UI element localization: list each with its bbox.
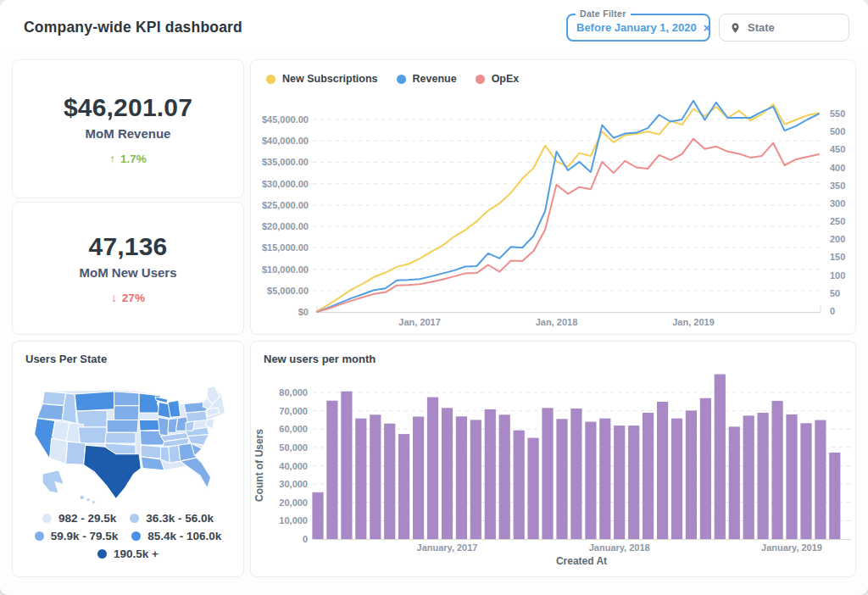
page-title: Company-wide KPI dashboard <box>24 19 242 36</box>
mom-new-users-value: 47,136 <box>89 232 168 261</box>
bar-2018-07[interactable] <box>700 398 711 539</box>
bar-2017-05[interactable] <box>499 414 510 539</box>
bar-2017-08[interactable] <box>542 408 553 539</box>
bar-2018-11[interactable] <box>758 413 769 539</box>
bar-2018-10[interactable] <box>743 415 754 539</box>
state-or[interactable] <box>37 404 64 420</box>
bar-2016-10[interactable] <box>398 434 409 539</box>
state-nd[interactable] <box>114 392 140 406</box>
bar-2018-02[interactable] <box>628 425 639 539</box>
state-sd[interactable] <box>114 406 140 420</box>
state-ia[interactable] <box>139 420 160 431</box>
svg-text:$10,000.00: $10,000.00 <box>262 264 309 275</box>
location-pin-icon <box>730 21 741 35</box>
bars[interactable] <box>312 375 840 540</box>
bar-2016-11[interactable] <box>413 417 424 540</box>
state-hi[interactable] <box>80 495 95 503</box>
date-filter[interactable]: Date Filter Before January 1, 2020 × <box>566 14 710 42</box>
state-mn[interactable] <box>139 393 160 413</box>
state-wa[interactable] <box>42 392 65 406</box>
mom-revenue-value: $46,201.07 <box>64 93 192 122</box>
state-ks[interactable] <box>105 432 136 443</box>
svg-text:January, 2017: January, 2017 <box>417 542 478 553</box>
map-legend-dot-icon <box>131 531 141 541</box>
series-line-new-subscriptions[interactable] <box>317 104 819 311</box>
x-axis-label: Created At <box>556 555 607 567</box>
bar-2018-01[interactable] <box>614 425 625 539</box>
svg-text:$35,000.00: $35,000.00 <box>262 157 309 167</box>
bar-2017-10[interactable] <box>570 409 581 539</box>
map-card-title: Users Per State <box>25 353 107 365</box>
bar-2017-12[interactable] <box>599 419 610 539</box>
bar-2016-06[interactable] <box>341 392 352 539</box>
bar-2019-03[interactable] <box>815 420 826 539</box>
svg-text:350: 350 <box>830 181 845 191</box>
svg-text:200: 200 <box>830 234 845 244</box>
bar-2017-02[interactable] <box>456 416 467 539</box>
bar-2017-09[interactable] <box>556 419 567 539</box>
mom-new-users-change-value: 27% <box>122 292 145 304</box>
mom-revenue-change-value: 1.7% <box>120 153 147 165</box>
new-users-bar-chart[interactable]: 010,00020,00030,00040,00050,00060,00070,… <box>251 342 855 576</box>
bar-2017-07[interactable] <box>528 438 539 539</box>
map-legend-dot-icon <box>130 514 139 523</box>
map-legend-dot-icon <box>97 549 107 559</box>
bar-2017-04[interactable] <box>485 409 496 539</box>
state-ne[interactable] <box>107 420 138 433</box>
mom-new-users-change: ↓ 27% <box>111 292 145 304</box>
svg-text:70,000: 70,000 <box>279 406 308 416</box>
state-filter[interactable]: State <box>719 14 849 42</box>
state-wv[interactable] <box>186 421 195 431</box>
bar-2016-12[interactable] <box>427 398 438 539</box>
date-filter-value[interactable]: Before January 1, 2020 <box>576 21 697 34</box>
kpi-trend-chart-card: New SubscriptionsRevenueOpEx $0$5,000.00… <box>250 59 856 335</box>
bar-2018-05[interactable] <box>671 419 682 539</box>
bar-2018-03[interactable] <box>643 413 654 539</box>
date-filter-clear-icon[interactable]: × <box>704 22 710 34</box>
bar-2017-06[interactable] <box>514 431 525 539</box>
state-mt[interactable] <box>75 392 114 411</box>
bar-2018-06[interactable] <box>686 410 697 539</box>
state-ar[interactable] <box>141 445 162 459</box>
trend-up-icon: ↑ <box>109 153 115 165</box>
map-legend-dot-icon <box>42 514 52 523</box>
series-line-revenue[interactable] <box>317 101 819 312</box>
bar-2019-02[interactable] <box>800 423 811 539</box>
scorecard-mom-new-users[interactable]: 47,136 MoM New Users ↓ 27% <box>12 202 244 335</box>
bar-2017-03[interactable] <box>470 420 481 539</box>
map-legend-item: 190.5k + <box>97 548 159 560</box>
map-legend-dot-icon <box>35 531 44 541</box>
series-line-opex[interactable] <box>317 139 819 312</box>
state-ak[interactable] <box>42 470 64 493</box>
dashboard-header: Company-wide KPI dashboard Date Filter B… <box>0 0 868 53</box>
bar-2017-01[interactable] <box>442 408 453 539</box>
svg-text:80,000: 80,000 <box>279 387 308 398</box>
date-filter-label: Date Filter <box>576 8 631 19</box>
state-fl[interactable] <box>181 458 211 488</box>
bar-2018-09[interactable] <box>729 426 740 539</box>
svg-text:30,000: 30,000 <box>279 479 308 489</box>
kpi-trend-line-chart[interactable]: $0$5,000.00$10,000.00$15,000.00$20,000.0… <box>251 60 855 334</box>
bar-2016-04[interactable] <box>312 492 323 539</box>
state-az[interactable] <box>50 438 68 464</box>
state-il[interactable] <box>158 417 169 436</box>
map-legend: 982 - 29.5k36.3k - 56.0k59.9k - 79.5k85.… <box>13 512 243 560</box>
bar-2017-11[interactable] <box>585 422 596 539</box>
bar-2016-09[interactable] <box>384 424 395 539</box>
users-per-state-card: Users Per State 982 - 29.5k36.3k - 56.0k… <box>12 341 244 577</box>
bar-2016-05[interactable] <box>326 401 337 539</box>
bar-2018-12[interactable] <box>772 401 783 539</box>
us-choropleth-map[interactable] <box>25 381 232 506</box>
bar-2018-04[interactable] <box>657 402 668 539</box>
bar-2016-07[interactable] <box>355 419 366 539</box>
bar-2016-08[interactable] <box>370 414 381 539</box>
bar-2019-01[interactable] <box>786 414 797 539</box>
state-nm[interactable] <box>66 442 86 464</box>
bar-2018-08[interactable] <box>715 375 726 540</box>
svg-text:Jan, 2019: Jan, 2019 <box>672 317 715 327</box>
state-co[interactable] <box>78 427 107 443</box>
mom-new-users-label: MoM New Users <box>79 265 176 280</box>
bar-2019-04[interactable] <box>829 453 840 539</box>
svg-text:60,000: 60,000 <box>279 424 308 434</box>
scorecard-mom-revenue[interactable]: $46,201.07 MoM Revenue ↑ 1.7% <box>12 59 244 198</box>
